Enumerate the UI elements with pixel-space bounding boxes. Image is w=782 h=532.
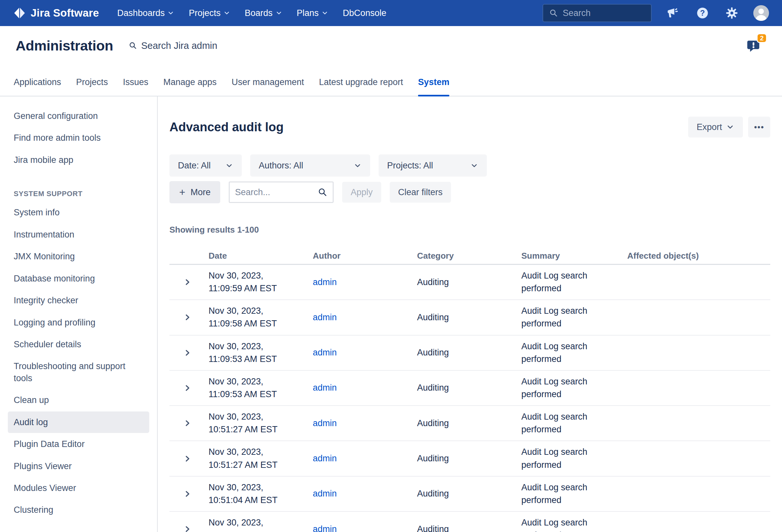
nav-item-boards[interactable]: Boards [245, 8, 283, 18]
tab-latest-upgrade-report[interactable]: Latest upgrade report [319, 77, 403, 96]
author-link[interactable]: admin [313, 454, 337, 463]
author-link[interactable]: admin [313, 418, 337, 428]
nav-item-dashboards[interactable]: Dashboards [117, 8, 175, 18]
nav-item-plans[interactable]: Plans [297, 8, 329, 18]
sidebar-item-scheduler-details[interactable]: Scheduler details [8, 333, 149, 355]
nav-item-projects[interactable]: Projects [189, 8, 230, 18]
tab-projects[interactable]: Projects [76, 77, 108, 96]
expand-row-button[interactable] [170, 419, 209, 427]
sidebar-item-troubleshooting-and-support-tools[interactable]: Troubleshooting and support tools [8, 355, 149, 389]
sidebar-item-modules-viewer[interactable]: Modules Viewer [8, 477, 149, 499]
results-count: Showing results 1-100 [170, 225, 770, 235]
expand-row-button[interactable] [170, 349, 209, 357]
sidebar-item-jmx-monitoring[interactable]: JMX Monitoring [8, 246, 149, 267]
search-icon [129, 41, 137, 50]
help-button[interactable]: ? [695, 5, 710, 21]
help-icon: ? [695, 6, 710, 20]
authors-filter-dropdown[interactable]: Authors: All [250, 154, 370, 177]
nav-item-label: Plans [297, 8, 319, 18]
cell-summary: Audit Log search performed [521, 371, 627, 405]
global-search-box[interactable] [542, 4, 652, 22]
expand-row-button[interactable] [170, 490, 209, 498]
clear-filters-label: Clear filters [398, 187, 443, 198]
sidebar-item-clean-up[interactable]: Clean up [8, 389, 149, 411]
table-body: Nov 30, 2023, 11:09:59 AM EST admin Audi… [170, 265, 770, 532]
author-link[interactable]: admin [313, 348, 337, 357]
admin-tabs: Applications Projects Issues Manage apps… [0, 65, 782, 97]
user-avatar[interactable] [753, 5, 769, 21]
cell-category: Auditing [417, 312, 521, 322]
more-options-button[interactable]: ••• [748, 117, 770, 138]
sidebar-item-clustering[interactable]: Clustering [8, 499, 149, 521]
main-header: Advanced audit log Export ••• [170, 117, 770, 138]
expand-row-button[interactable] [170, 313, 209, 322]
chevron-right-icon [183, 384, 191, 392]
tab-issues[interactable]: Issues [123, 77, 148, 96]
sidebar-item-instrumentation[interactable]: Instrumentation [8, 224, 149, 245]
announcements-button[interactable] [665, 5, 681, 21]
logo-text: Jira Software [31, 7, 99, 19]
projects-filter-dropdown[interactable]: Projects: All [379, 154, 487, 177]
sidebar-item-find-more-admin-tools[interactable]: Find more admin tools [8, 127, 149, 148]
nav-item-label: Boards [245, 8, 273, 18]
sidebar-item-plugin-data-editor[interactable]: Plugin Data Editor [8, 433, 149, 455]
sidebar-nav: General configurationFind more admin too… [0, 97, 158, 532]
export-button[interactable]: Export [688, 117, 743, 138]
cell-author: admin [313, 348, 417, 358]
top-nav-bar: Jira Software Dashboards Projects Boards… [0, 0, 782, 26]
sidebar-item-jira-mobile-app[interactable]: Jira mobile app [8, 149, 149, 171]
summary-line-1: Audit Log search [521, 340, 621, 353]
expand-row-button[interactable] [170, 278, 209, 286]
sidebar-item-system-info[interactable]: System info [8, 202, 149, 223]
sidebar-item-database-monitoring[interactable]: Database monitoring [8, 268, 149, 289]
author-link[interactable]: admin [313, 312, 337, 322]
tab-user-management[interactable]: User management [232, 77, 304, 96]
cell-category: Auditing [417, 454, 521, 464]
date-line-1: Nov 30, 2023, [209, 375, 306, 388]
tab-manage-apps[interactable]: Manage apps [163, 77, 217, 96]
sidebar-item-logging-and-profiling[interactable]: Logging and profiling [8, 312, 149, 333]
jira-logo[interactable]: Jira Software [13, 6, 99, 20]
tab-applications[interactable]: Applications [14, 77, 61, 96]
date-line-2: 11:09:53 AM EST [209, 353, 306, 365]
more-filters-button[interactable]: + More [170, 181, 220, 203]
sidebar-item-integrity-checker[interactable]: Integrity checker [8, 290, 149, 311]
tab-system[interactable]: System [418, 77, 449, 96]
search-icon [549, 8, 558, 17]
date-line-1: Nov 30, 2023, [209, 481, 306, 494]
notifications-button[interactable]: 2 [746, 37, 762, 54]
chevron-down-icon [726, 123, 735, 131]
search-icon[interactable] [318, 187, 327, 197]
expand-row-button[interactable] [170, 384, 209, 392]
sidebar-item-general-configuration[interactable]: General configuration [8, 105, 149, 127]
date-line-2: 11:09:53 AM EST [209, 388, 306, 401]
nav-item-dbconsole[interactable]: DbConsole [343, 8, 386, 18]
cell-date: Nov 30, 2023, 11:09:53 AM EST [209, 335, 313, 370]
sidebar-item-plugins-viewer[interactable]: Plugins Viewer [8, 455, 149, 477]
expand-row-button[interactable] [170, 455, 209, 463]
date-line-2: 10:51:04 AM EST [209, 494, 306, 506]
chevron-down-icon [354, 162, 362, 170]
summary-line-2: performed [521, 459, 621, 471]
projects-filter-label: Projects: All [387, 161, 433, 171]
date-filter-dropdown[interactable]: Date: All [170, 154, 242, 177]
author-link[interactable]: admin [313, 383, 337, 393]
date-line-2: 11:09:59 AM EST [209, 282, 306, 295]
author-link[interactable]: admin [313, 277, 337, 287]
admin-search[interactable]: Search Jira admin [129, 40, 217, 51]
settings-button[interactable] [724, 5, 740, 21]
cell-author: admin [313, 418, 417, 428]
summary-line-1: Audit Log search [521, 481, 621, 494]
table-row: Nov 30, 2023, 10:51:27 AM EST admin Audi… [170, 406, 770, 441]
table-row: Nov 30, 2023, 11:09:53 AM EST admin Audi… [170, 335, 770, 371]
sidebar-item-audit-log[interactable]: Audit log [8, 412, 149, 433]
apply-button[interactable]: Apply [342, 182, 381, 203]
clear-filters-button[interactable]: Clear filters [390, 182, 451, 203]
global-search-input[interactable] [563, 8, 645, 18]
expand-row-button[interactable] [170, 525, 209, 532]
author-link[interactable]: admin [313, 489, 337, 498]
filter-search-input[interactable] [235, 187, 314, 198]
date-line-1: Nov 30, 2023, [209, 305, 306, 317]
author-link[interactable]: admin [313, 524, 337, 532]
content-area: General configurationFind more admin too… [0, 97, 782, 532]
